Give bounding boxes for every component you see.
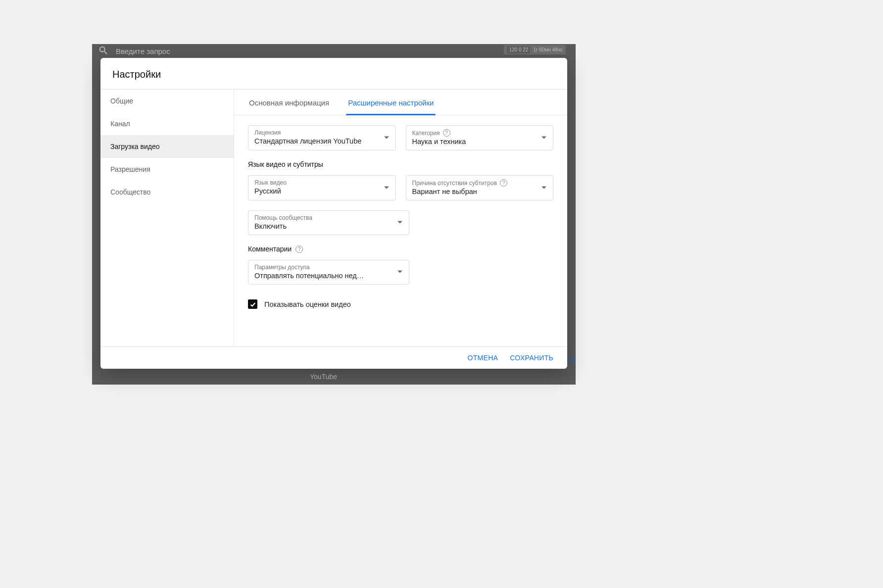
chevron-down-icon (397, 268, 403, 277)
section-language-subtitles: Язык видео и субтитры (248, 160, 553, 168)
caption-certification-dropdown[interactable]: Причина отсутствия субтитров ? Вариант н… (406, 175, 554, 200)
field-value: Наука и техника (412, 138, 534, 146)
chevron-down-icon (384, 184, 390, 193)
sidebar-item-label: Разрешения (110, 165, 150, 173)
field-label: Помощь сообщества (254, 214, 389, 221)
category-dropdown[interactable]: Категория ? Наука и техника (406, 125, 554, 150)
tab-advanced-settings[interactable]: Расширенные настройки (347, 90, 435, 115)
field-label: Категория (412, 130, 440, 137)
sidebar-item-permissions[interactable]: Разрешения (100, 158, 234, 181)
field-value: Вариант не выбран (412, 188, 534, 196)
help-icon[interactable]: ? (500, 179, 507, 187)
chevron-down-icon (541, 134, 547, 143)
field-value: Стандартная лицензия YouTube (254, 137, 376, 145)
license-dropdown[interactable]: Лицензия Стандартная лицензия YouTube (248, 125, 396, 150)
sidebar-item-general[interactable]: Общие (100, 90, 234, 112)
field-value: Включить (254, 222, 389, 230)
search-icon (98, 45, 109, 57)
section-comments: Комментарии ? (248, 245, 553, 253)
field-value: Отправлять потенциально нед… (254, 272, 389, 280)
field-label: Язык видео (254, 179, 376, 186)
sidebar-item-label: Сообщество (110, 188, 150, 196)
settings-tabs: Основная информация Расширенные настройк… (234, 90, 567, 115)
field-label: Лицензия (254, 129, 376, 136)
field-value: Русский (254, 187, 376, 195)
sidebar-item-upload-defaults[interactable]: Загрузка видео (100, 135, 234, 158)
bg-search-field: Введите запрос (98, 45, 170, 57)
video-language-dropdown[interactable]: Язык видео Русский (248, 175, 396, 200)
modal-footer: ОТМЕНА СОХРАНИТЬ (100, 347, 567, 369)
tab-label: Расширенные настройки (348, 98, 434, 107)
field-label: Параметры доступа (254, 264, 389, 271)
community-help-dropdown[interactable]: Помощь сообщества Включить (248, 210, 409, 235)
tab-basic-info[interactable]: Основная информация (248, 90, 330, 115)
settings-content[interactable]: Основная информация Расширенные настройк… (234, 90, 567, 346)
settings-sidebar: Общие Канал Загрузка видео Разрешения Со… (100, 90, 234, 346)
sidebar-item-label: Загрузка видео (110, 143, 160, 150)
chevron-down-icon (397, 218, 403, 227)
chevron-down-icon (384, 134, 390, 143)
show-ratings-label: Показывать оценки видео (264, 300, 351, 308)
settings-modal: Настройки Общие Канал Загрузка видео Раз… (100, 58, 567, 369)
modal-title: Настройки (100, 58, 567, 90)
sidebar-item-label: Общие (110, 97, 133, 105)
show-ratings-checkbox[interactable] (248, 299, 257, 309)
bg-youtube-label: YouTube (310, 373, 337, 381)
save-button[interactable]: СОХРАНИТЬ (510, 354, 553, 362)
comments-access-dropdown[interactable]: Параметры доступа Отправлять потенциальн… (248, 260, 409, 285)
tab-label: Основная информация (249, 98, 329, 107)
bg-timer-widget: 120 0 22 1г 60мн 48чс (504, 45, 566, 54)
cancel-button[interactable]: ОТМЕНА (468, 354, 498, 362)
help-icon[interactable]: ? (443, 129, 450, 137)
help-icon[interactable]: ? (295, 245, 303, 253)
bg-search-placeholder: Введите запрос (116, 47, 170, 55)
sidebar-item-community[interactable]: Сообщество (100, 181, 234, 203)
field-label: Причина отсутствия субтитров (412, 180, 497, 187)
chevron-down-icon (541, 184, 547, 193)
sidebar-item-label: Канал (110, 120, 130, 128)
sidebar-item-channel[interactable]: Канал (100, 112, 234, 135)
